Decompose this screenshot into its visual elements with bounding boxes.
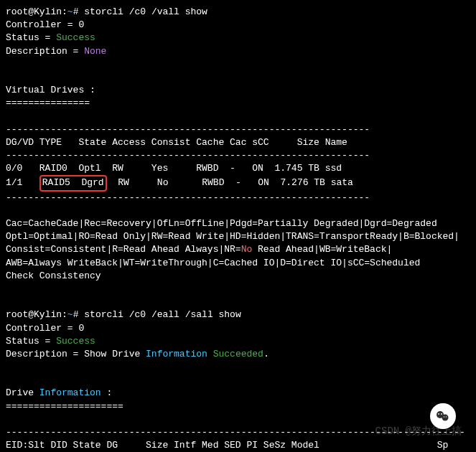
- prompt-path: ~: [67, 6, 73, 17]
- prompt-host: Kylin: [34, 6, 62, 17]
- prompt-host: Kylin: [34, 309, 62, 320]
- vd-divider-mid: ----------------------------------------…: [6, 149, 470, 162]
- svg-point-5: [446, 416, 447, 417]
- legend-1: Cac=CacheCade|Rec=Recovery|OfLn=OffLine|…: [6, 217, 470, 230]
- command-2: storcli /c0 /eall /sall show: [84, 309, 241, 320]
- drives-sep: =====================: [6, 400, 470, 413]
- legend-3: Consist=Consistent|R=Read Ahead Always|N…: [6, 243, 470, 256]
- status-line-2: Status = Success: [6, 335, 470, 348]
- succeeded-word: Succeeded: [213, 349, 263, 359]
- legend-5: Check Consistency: [6, 270, 470, 283]
- prompt-user: root: [6, 309, 28, 320]
- drives-header: EID:Slt DID State DG Size Intf Med SED P…: [6, 439, 470, 452]
- raid5-dgrd-highlight: RAID5 Dgrd: [39, 175, 107, 191]
- info-word: Information: [146, 349, 207, 359]
- legend-4: AWB=Always WriteBack|WT=WriteThrough|C=C…: [6, 257, 470, 270]
- watermark: CSDN @努力往上搞: [375, 425, 462, 439]
- vd-header: DG/VD TYPE State Access Consist Cache Ca…: [6, 136, 470, 149]
- legend-2: Optl=Optimal|RO=Read Only|RW=Read Write|…: [6, 230, 470, 243]
- svg-point-3: [441, 413, 442, 415]
- status-value: Success: [56, 336, 95, 347]
- no-highlight: No: [241, 244, 253, 255]
- vdrives-sep: ===============: [6, 97, 470, 110]
- status-value: Success: [56, 32, 95, 43]
- desc-line-1: Description = None: [6, 45, 470, 58]
- command-1: storcli /c0 /vall show: [84, 6, 207, 17]
- desc-line-2: Description = Show Drive Information Suc…: [6, 348, 470, 361]
- vdrives-title: Virtual Drives :: [6, 84, 470, 97]
- drives-title: Drive Information :: [6, 387, 470, 400]
- vd-divider-bot: ----------------------------------------…: [6, 192, 470, 204]
- vd-row-0: 0/0 RAID0 Optl RW Yes RWBD - ON 1.745 TB…: [6, 162, 470, 175]
- controller-line-2: Controller = 0: [6, 322, 470, 335]
- controller-line-1: Controller = 0: [6, 19, 470, 32]
- svg-point-1: [442, 415, 449, 421]
- svg-point-4: [444, 416, 444, 417]
- prompt-user: root: [6, 6, 28, 17]
- desc-value: None: [84, 46, 106, 57]
- prompt-line-2: root@Kylin:~# storcli /c0 /eall /sall sh…: [6, 309, 470, 321]
- info-word: Information: [39, 387, 101, 398]
- vd-divider-top: ----------------------------------------…: [6, 123, 470, 136]
- prompt-path: ~: [67, 309, 73, 320]
- terminal-output: root@Kylin:~# storcli /c0 /vall show Con…: [6, 6, 470, 452]
- vd-row-1: 1/1 RAID5 Dgrd RW No RWBD - ON 7.276 TB …: [6, 175, 470, 191]
- prompt-line-1: root@Kylin:~# storcli /c0 /vall show: [6, 6, 470, 19]
- svg-point-2: [438, 413, 439, 415]
- status-line-1: Status = Success: [6, 32, 470, 44]
